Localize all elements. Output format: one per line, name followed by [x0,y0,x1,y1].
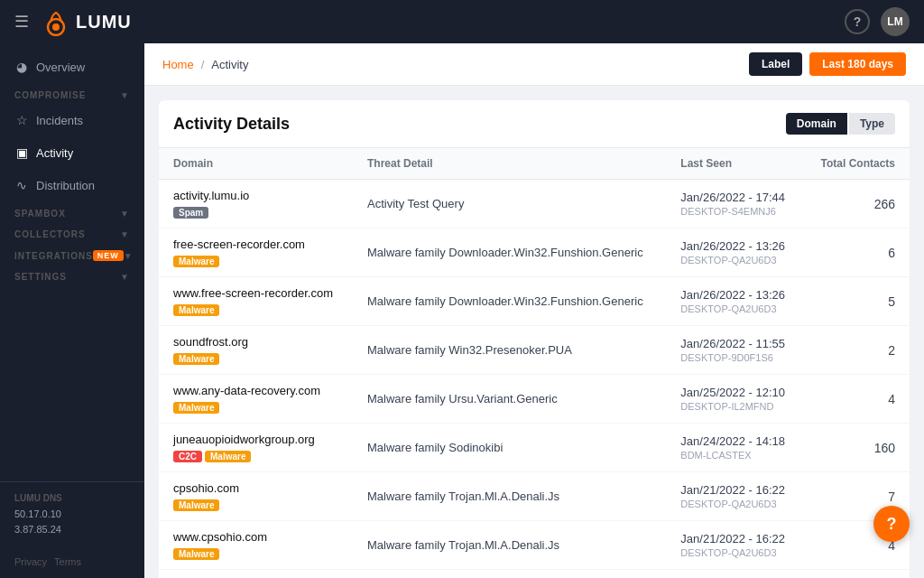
dns-ip2: 3.87.85.24 [14,522,130,538]
table-row[interactable]: free-screen-recorder.comMalwareMalware f… [159,228,910,277]
breadcrumb-home[interactable]: Home [162,58,194,71]
sidebar-item-incidents[interactable]: ☆ Incidents [0,104,144,136]
sidebar-bottom-links: Privacy Terms [0,549,144,578]
last-seen-date: Jan/24/2022 - 14:18 [680,434,789,448]
card-header-buttons: Domain Type [786,113,895,135]
logo-text: LUMU [76,12,132,33]
card-header: Activity Details Domain Type [159,100,910,148]
table-row[interactable]: static.s123-cdn-static.comMalwareMalware… [159,570,910,579]
sidebar-section-collectors: COLLECTORS ▼ [0,222,144,243]
threat-detail: Malware family Sodinokibi [353,424,666,472]
activity-table: Domain Threat Detail Last Seen Total Con… [159,148,910,578]
dns-label: LUMU DNS [14,493,130,503]
help-button[interactable]: ? [845,9,870,34]
last-seen-date: Jan/26/2022 - 17:44 [680,191,789,204]
logo-icon [40,7,72,36]
last-seen-date: Jan/25/2022 - 12:10 [680,386,789,399]
collectors-arrow: ▼ [120,229,130,239]
table-row[interactable]: www.cpsohio.comMalwareMalware family Tro… [159,521,910,570]
breadcrumb-bar: Home / Activity Label Last 180 days [144,43,924,86]
card-title: Activity Details [173,115,290,134]
terms-link[interactable]: Terms [54,556,81,567]
activity-details-card: Activity Details Domain Type Domain Thre… [159,100,910,578]
domain-name: www.any-data-recovery.com [173,384,338,397]
badge-spam: Spam [173,207,208,219]
total-contacts: 11 [803,570,910,579]
sidebar-item-distribution[interactable]: ∿ Distribution [0,169,144,201]
threat-detail: Malware family Downloader.Win32.Funshion… [353,228,666,277]
breadcrumb-separator: / [201,58,205,71]
new-badge: NEW [93,250,124,261]
sidebar-section-spambox: SPAMBOX ▼ [0,201,144,222]
badge-malware: Malware [173,304,219,316]
logo: LUMU [40,7,132,36]
privacy-link[interactable]: Privacy [14,556,47,567]
badge-malware: Malware [173,499,219,511]
col-contacts: Total Contacts [803,148,910,180]
badge-malware: Malware [173,353,219,365]
last-seen-host: DESKTOP-QA2U6D3 [680,547,789,558]
threat-detail: Malware family Trojan.Ml.A.Denali.Js [353,521,666,570]
period-button[interactable]: Last 180 days [809,52,906,76]
sidebar-item-overview[interactable]: ◕ Overview [0,51,144,83]
threat-detail: Malware family Trojan.Ml.A.Denali.Js [353,472,666,521]
integrations-arrow: ▼ [124,251,134,261]
last-seen-host: DESKTOP-9D0F1S6 [680,352,789,363]
settings-arrow: ▼ [120,272,130,282]
threat-detail: Malware family Win32.Presenoker.PUA [353,326,666,375]
menu-icon[interactable]: ☰ [14,12,29,32]
distribution-icon: ∿ [14,178,29,192]
table-row[interactable]: www.any-data-recovery.comMalwareMalware … [159,375,910,424]
sidebar-section-compromise: COMPROMISE ▼ [0,83,144,104]
total-contacts: 160 [803,424,910,472]
domain-button[interactable]: Domain [786,113,847,135]
type-button[interactable]: Type [849,113,895,135]
last-seen-date: Jan/26/2022 - 13:26 [680,239,789,253]
table-row[interactable]: juneauopioidworkgroup.orgC2CMalwareMalwa… [159,424,910,472]
threat-detail: Malware family Downloader.Win32.Funshion… [353,277,666,326]
sidebar-section-settings: SETTINGS ▼ [0,265,144,285]
help-fab[interactable]: ? [873,506,910,542]
badge-malware: Malware [173,256,219,267]
total-contacts: 6 [803,228,910,277]
threat-detail: Malware family Tr.5e08.Phish.Pdf [353,570,666,579]
total-contacts: 5 [803,277,910,326]
sidebar: ◕ Overview COMPROMISE ▼ ☆ Incidents ▣ Ac… [0,43,144,578]
domain-name: juneauopioidworkgroup.org [173,433,338,446]
bell-icon: ☆ [14,113,29,127]
table-row[interactable]: www.free-screen-recorder.comMalwareMalwa… [159,277,910,326]
last-seen-host: BDM-LCASTEX [680,450,789,461]
last-seen-date: Jan/21/2022 - 16:22 [680,483,789,497]
domain-name: activity.lumu.io [173,189,338,202]
table-row[interactable]: soundfrost.orgMalwareMalware family Win3… [159,326,910,375]
sidebar-footer: LUMU DNS 50.17.0.10 3.87.85.24 [0,481,144,549]
svg-point-1 [52,23,60,31]
threat-detail: Malware family Ursu.Variant.Generic [353,375,666,424]
topbar: ☰ LUMU ? LM [0,0,924,43]
user-avatar[interactable]: LM [881,7,910,36]
activity-icon: ▣ [14,145,29,160]
domain-name: www.free-screen-recorder.com [173,286,338,300]
table-header-row: Domain Threat Detail Last Seen Total Con… [159,148,910,180]
domain-name: cpsohio.com [173,481,338,495]
last-seen-host: DESKTOP-S4EMNJ6 [680,206,789,217]
domain-name: www.cpsohio.com [173,530,338,544]
table-row[interactable]: activity.lumu.ioSpamActivity Test QueryJ… [159,180,910,228]
table-row[interactable]: cpsohio.comMalwareMalware family Trojan.… [159,472,910,521]
content-area: Activity Details Domain Type Domain Thre… [144,86,924,578]
sidebar-item-activity[interactable]: ▣ Activity [0,136,144,169]
sidebar-section-integrations: INTEGRATIONS NEW ▼ [0,243,144,265]
badge-malware: Malware [205,451,251,462]
label-button[interactable]: Label [749,52,802,76]
compromise-arrow: ▼ [120,90,130,100]
last-seen-host: DESKTOP-IL2MFND [680,401,789,412]
badge-malware: Malware [173,548,219,560]
col-last-seen: Last Seen [666,148,803,180]
overview-icon: ◕ [14,60,29,74]
col-domain: Domain [159,148,353,180]
main-content: Home / Activity Label Last 180 days Acti… [144,43,924,578]
badge-c2c: C2C [173,451,202,462]
domain-name: soundfrost.org [173,335,338,349]
total-contacts: 2 [803,326,910,375]
threat-detail: Activity Test Query [353,180,666,228]
